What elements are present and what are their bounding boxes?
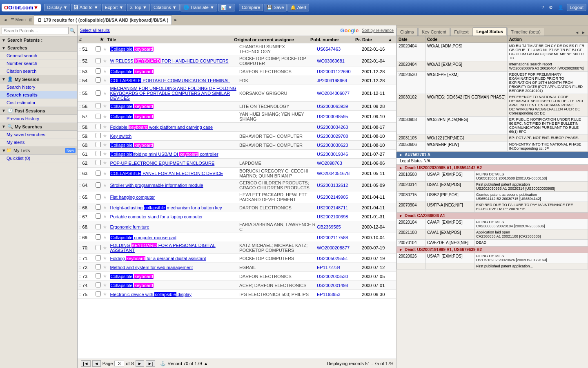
search-input[interactable] <box>2 27 69 34</box>
select-all-link[interactable]: Select all results <box>80 28 110 33</box>
citations-btn[interactable]: Citations ▼ <box>151 4 180 11</box>
result-title-link[interactable]: Collapsible keyboard <box>110 143 154 148</box>
row-star[interactable]: ★ <box>103 78 110 83</box>
row-star[interactable]: ★ <box>103 124 110 130</box>
row-checkbox[interactable] <box>96 160 103 166</box>
row-checkbox[interactable] <box>96 46 103 52</box>
row-star[interactable]: ★ <box>103 160 110 166</box>
row-star[interactable]: ★ <box>103 114 110 119</box>
result-title-link[interactable]: Collapsible keyboard <box>110 104 154 109</box>
drag-handle[interactable]: :: <box>79 214 82 219</box>
row-checkbox[interactable] <box>96 224 103 230</box>
my-lists-header[interactable]: ▼ 📁 My Lists New <box>0 146 77 155</box>
row-star[interactable]: ★ <box>103 133 110 139</box>
save-btn[interactable]: 💾 Save <box>264 4 287 11</box>
row-pubnum[interactable]: WO2000208877 <box>317 245 362 250</box>
row-checkbox[interactable] <box>96 245 103 251</box>
drag-handle[interactable]: :: <box>79 265 82 269</box>
drag-handle[interactable]: :: <box>79 205 82 210</box>
row-star[interactable]: ★ <box>103 58 110 64</box>
result-title-link[interactable]: COLLAPSIBLE PANEL FOR AN ELECTRONIC DEVI… <box>110 171 223 176</box>
row-star[interactable]: ★ <box>103 224 110 230</box>
display-btn[interactable]: Display ▼ <box>44 4 70 11</box>
result-title-link[interactable]: Method and system for web management <box>110 265 193 270</box>
drag-handle[interactable]: :: <box>79 256 82 260</box>
row-star[interactable]: ★ <box>103 69 110 74</box>
logout-btn[interactable]: Logout <box>567 4 586 11</box>
row-star[interactable]: ★ <box>103 195 110 200</box>
row-pubnum[interactable]: US2002148711 <box>317 205 362 210</box>
row-pubnum[interactable]: EP1193953 <box>317 292 362 297</box>
row-pubnum[interactable]: US2002117588 <box>317 235 362 240</box>
tab-key-content[interactable]: Key Content <box>418 28 450 36</box>
dead-section-3-header[interactable]: ► Dead: US2002191999 A1, US6679639 B2 <box>396 246 588 253</box>
drag-handle[interactable]: :: <box>79 183 82 188</box>
row-checkbox[interactable] <box>96 151 103 157</box>
settings-btn[interactable]: ⚙ <box>547 4 555 11</box>
drag-handle[interactable]: :: <box>79 47 82 52</box>
sidebar-item-quicklist[interactable]: Quicklist (0) <box>0 155 77 162</box>
row-checkbox[interactable] <box>96 114 103 120</box>
help-btn[interactable]: ? <box>540 4 546 11</box>
row-pubnum[interactable]: US6547463 <box>317 47 362 52</box>
row-pubnum[interactable]: US2002003530 <box>317 274 362 279</box>
drag-handle[interactable]: :: <box>79 152 82 156</box>
result-title-link[interactable]: Ergonomic furniture <box>110 224 149 229</box>
row-star[interactable]: ★ <box>103 171 110 176</box>
tab-legal-status[interactable]: Legal Status <box>473 27 507 36</box>
row-checkbox[interactable] <box>96 133 103 139</box>
row-checkbox[interactable] <box>96 90 103 96</box>
row-pubnum[interactable]: US2003030623 <box>317 143 362 148</box>
row-star[interactable]: ★ <box>103 151 110 157</box>
drag-handle[interactable]: :: <box>79 235 82 240</box>
search-icon[interactable]: 🔍 <box>69 28 76 34</box>
row-checkbox[interactable] <box>96 273 103 279</box>
right-nav-next[interactable]: ► <box>581 29 586 36</box>
row-star[interactable]: ★ <box>103 274 110 279</box>
drag-handle[interactable]: :: <box>79 125 82 129</box>
result-title-link[interactable]: Collapsible/folding mini USB/MIDI keyboa… <box>110 152 218 157</box>
page-last-btn[interactable]: ►| <box>146 360 156 367</box>
row-star[interactable]: ★ <box>103 47 110 52</box>
right-nav-prev[interactable]: ◄ <box>574 29 580 36</box>
drag-handle[interactable]: :: <box>79 225 82 229</box>
result-title-link[interactable]: Collapsible computer mouse pad <box>110 235 176 240</box>
result-title-link[interactable]: POP-UP ELECTRONIC EQUIPMENT ENCLOSURE <box>110 161 215 166</box>
searches-section-header[interactable]: ▼ Searches <box>0 44 77 52</box>
result-title-link[interactable]: Folding keyboard for a personal digital … <box>110 256 206 261</box>
row-checkbox[interactable] <box>96 171 103 177</box>
row-pubnum[interactable]: US2003029708 <box>317 134 362 139</box>
row-checkbox[interactable] <box>96 204 103 211</box>
page-prev-btn[interactable]: ◄ <box>92 360 101 367</box>
row-star[interactable]: ★ <box>103 245 110 251</box>
row-pubnum[interactable]: WO2004006077 <box>317 91 362 96</box>
result-title-link[interactable]: Flat hanging computer <box>110 195 155 200</box>
drag-handle[interactable]: :: <box>79 69 82 74</box>
row-pubnum[interactable]: US20031122690 <box>317 69 362 74</box>
sidebar-item-search-results[interactable]: Search results <box>0 91 77 99</box>
result-title-link[interactable]: WIRELESS KEYBOARD FOR HAND-HELD COMPUTER… <box>110 58 229 63</box>
tab-nav-left[interactable]: ◄ <box>2 17 9 23</box>
result-title-link[interactable]: Collapsible keyboard <box>110 274 154 279</box>
sidebar-item-citation-search[interactable]: Citation search <box>0 67 77 75</box>
row-star[interactable]: ★ <box>103 292 110 297</box>
active-tab[interactable]: 🗒 179 results for ( (collapsible)/BI/SA … <box>34 16 172 25</box>
row-star[interactable]: ★ <box>103 265 110 270</box>
result-title-link[interactable]: COLLAPSIBLE PORTABLE COMMUNICATION TERMI… <box>110 78 230 83</box>
row-checkbox[interactable] <box>96 182 103 188</box>
page-next-btn[interactable]: ► <box>136 360 144 367</box>
alert-btn[interactable]: 🔔 Alert <box>287 4 309 11</box>
au-patent-header[interactable]: ► AU7562701 A <box>396 152 588 158</box>
compare-btn[interactable]: Compare <box>239 4 263 11</box>
tab-fulltext[interactable]: Fulltext <box>450 28 472 36</box>
drag-handle[interactable]: :: <box>79 91 82 96</box>
row-checkbox[interactable] <box>96 58 103 64</box>
result-title-link[interactable]: Collapsible keyboard <box>110 47 154 52</box>
tab-timeline[interactable]: Timeline (beta) <box>507 28 544 36</box>
result-title-link[interactable]: Portable computer stand for a laptop com… <box>110 214 203 219</box>
row-pubnum[interactable]: WO03060681 <box>317 58 362 63</box>
row-star[interactable]: ★ <box>103 205 110 210</box>
sidebar-item-search-history[interactable]: Search history <box>0 83 77 91</box>
past-sessions-header[interactable]: ▼ 🕐 Past Sessions <box>0 107 77 115</box>
sidebar-item-number-search[interactable]: Number search <box>0 60 77 67</box>
